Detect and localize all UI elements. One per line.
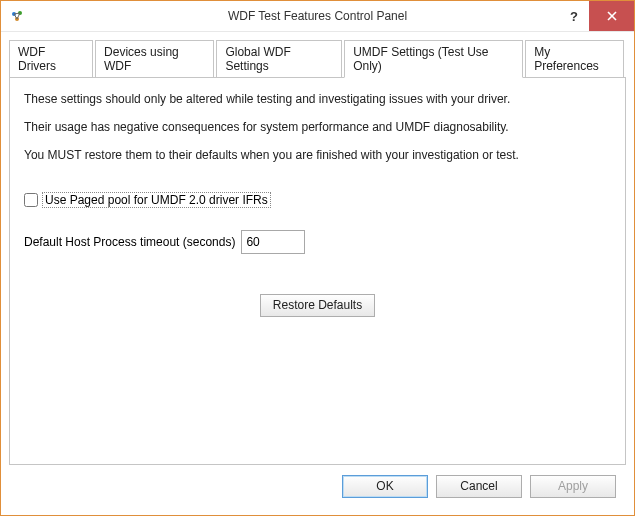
- timeout-input[interactable]: [241, 230, 305, 254]
- window-title: WDF Test Features Control Panel: [1, 9, 634, 23]
- warning-line-2: Their usage has negative consequences fo…: [24, 120, 611, 134]
- paged-pool-row: Use Paged pool for UMDF 2.0 driver IFRs: [24, 192, 611, 208]
- window-controls: ?: [559, 1, 634, 31]
- restore-defaults-button[interactable]: Restore Defaults: [260, 294, 375, 317]
- warning-line-3: You MUST restore them to their defaults …: [24, 148, 611, 162]
- apply-button[interactable]: Apply: [530, 475, 616, 498]
- tab-umdf-settings[interactable]: UMDF Settings (Test Use Only): [344, 40, 523, 78]
- ok-button[interactable]: OK: [342, 475, 428, 498]
- cancel-button[interactable]: Cancel: [436, 475, 522, 498]
- tab-devices-using-wdf[interactable]: Devices using WDF: [95, 40, 214, 78]
- titlebar: WDF Test Features Control Panel ?: [1, 1, 634, 32]
- tab-global-wdf-settings[interactable]: Global WDF Settings: [216, 40, 342, 78]
- dialog-footer: OK Cancel Apply: [9, 465, 626, 507]
- timeout-label: Default Host Process timeout (seconds): [24, 235, 235, 249]
- help-button[interactable]: ?: [559, 1, 589, 31]
- paged-pool-checkbox[interactable]: [24, 193, 38, 207]
- tab-my-preferences[interactable]: My Preferences: [525, 40, 624, 78]
- warning-line-1: These settings should only be altered wh…: [24, 92, 611, 106]
- restore-row: Restore Defaults: [24, 294, 611, 317]
- paged-pool-label[interactable]: Use Paged pool for UMDF 2.0 driver IFRs: [42, 192, 271, 208]
- timeout-row: Default Host Process timeout (seconds): [24, 230, 611, 254]
- client-area: WDF Drivers Devices using WDF Global WDF…: [1, 32, 634, 515]
- app-icon: [9, 8, 25, 24]
- tab-bar: WDF Drivers Devices using WDF Global WDF…: [9, 40, 626, 78]
- tab-panel-umdf-settings: These settings should only be altered wh…: [9, 77, 626, 465]
- close-button[interactable]: [589, 1, 634, 31]
- window-frame: WDF Test Features Control Panel ? WDF Dr…: [0, 0, 635, 516]
- tab-wdf-drivers[interactable]: WDF Drivers: [9, 40, 93, 78]
